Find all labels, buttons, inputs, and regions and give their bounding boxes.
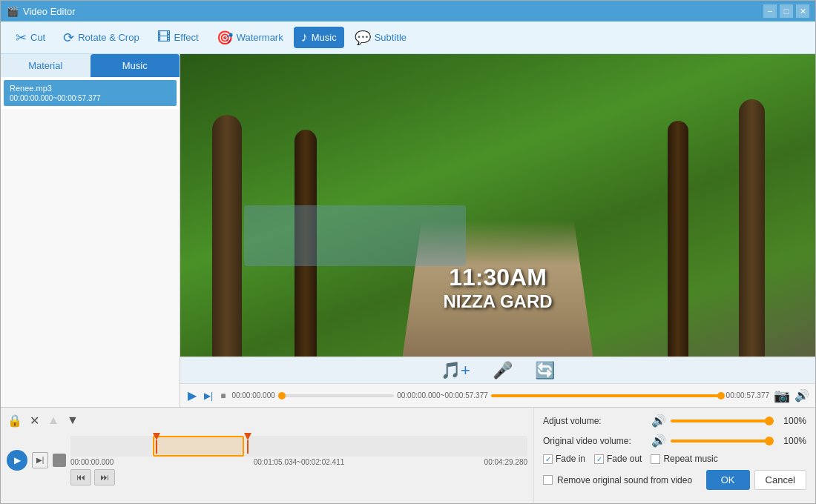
cut-button[interactable]: ✂ Cut [8, 27, 53, 49]
repeat-music-checkbox[interactable] [651, 454, 660, 464]
file-name: Renee.mp3 [10, 84, 171, 93]
settings-bottom-row: Remove original sound from video OK Canc… [543, 470, 806, 490]
title-bar-left: 🎬 Video Editor [7, 6, 76, 17]
bottom-section: 🔒 ✕ ▲ ▼ ▶ ▶| [1, 407, 815, 503]
tl-marker-left-triangle [153, 433, 160, 440]
music-tab[interactable]: Music [91, 54, 180, 77]
timeline-track[interactable] [70, 436, 527, 457]
fade-in-label: Fade in [556, 454, 585, 464]
title-bar: 🎬 Video Editor − □ ✕ [1, 1, 815, 21]
fade-out-checkbox[interactable] [594, 454, 604, 464]
move-up-button[interactable]: ▲ [45, 412, 62, 428]
tl-play-button[interactable]: ▶ [7, 450, 27, 471]
water-area [244, 205, 467, 266]
progress-fill-2 [491, 394, 723, 397]
progress-track[interactable] [278, 394, 394, 397]
video-frame: 11:30AM NIZZA GARD [180, 54, 815, 357]
progress-thumb [278, 392, 286, 399]
subtitle-icon: 💬 [355, 30, 371, 46]
cut-label: Cut [30, 32, 45, 43]
fade-in-item: Fade in [543, 454, 585, 464]
ok-button[interactable]: OK [706, 470, 750, 490]
volume-icon-1: 🔊 [651, 414, 666, 428]
rotate-label: Rotate & Crop [78, 32, 139, 43]
progress-track-2[interactable] [491, 394, 723, 397]
effect-button[interactable]: 🎞 Effect [150, 27, 206, 48]
original-volume-value: 100% [777, 436, 806, 446]
fade-in-checkbox[interactable] [543, 454, 553, 464]
maximize-button[interactable]: □ [780, 4, 793, 18]
checkbox-row: Fade in Fade out Repeat music [543, 454, 806, 464]
add-music-button[interactable]: 🎵+ [441, 361, 470, 380]
effect-icon: 🎞 [157, 30, 171, 45]
left-panel: Material Music Renee.mp3 00:00:00.000~00… [1, 54, 180, 407]
screenshot-button[interactable]: 📷 [774, 388, 790, 404]
segment-btn-1[interactable]: ⏮ [70, 469, 91, 485]
timeline-controls: 🔒 ✕ ▲ ▼ [7, 412, 527, 428]
remove-sound-section: Remove original sound from video [543, 475, 692, 485]
timeline-timestamps: 00:00:00.000 00:01:05.034~00:02:02.411 0… [70, 458, 527, 466]
settings-panel: Adjust volume: 🔊 100% Original video vol… [533, 408, 815, 503]
timeline-selection[interactable] [153, 436, 244, 457]
tree-trunk-2 [739, 99, 765, 357]
music-icon: ♪ [301, 30, 308, 45]
delete-button[interactable]: ✕ [26, 412, 42, 428]
repeat-music-item: Repeat music [651, 454, 717, 464]
video-preview: 11:30AM NIZZA GARD [180, 54, 815, 357]
segment-btn-2[interactable]: ⏭ [94, 469, 115, 485]
tl-time-end: 00:04:29.280 [484, 458, 527, 466]
adjust-volume-thumb [765, 417, 774, 425]
tl-marker-right[interactable] [244, 433, 251, 454]
effect-label: Effect [174, 32, 199, 43]
tl-marker-left-line [156, 440, 157, 454]
refresh-button[interactable]: 🔄 [535, 361, 555, 380]
original-volume-thumb [765, 437, 774, 445]
music-label: Music [312, 32, 337, 43]
watermark-button[interactable]: 🎯 Watermark [209, 27, 291, 49]
adjust-volume-row: Adjust volume: 🔊 100% [543, 414, 806, 428]
progress-section: 00:00:00.000 00:00:00.000~00:00:57.377 0… [231, 391, 769, 399]
cancel-button[interactable]: Cancel [754, 470, 806, 490]
original-volume-label: Original video volume: [543, 436, 647, 446]
subtitle-label: Subtitle [375, 32, 407, 43]
play-button[interactable]: ▶ [186, 387, 198, 404]
left-content [1, 109, 180, 407]
play-next-button[interactable]: ▶| [203, 389, 214, 402]
record-button[interactable]: 🎤 [493, 361, 513, 380]
remove-sound-checkbox[interactable] [543, 475, 553, 485]
video-area: 11:30AM NIZZA GARD 🎵+ 🎤 🔄 ▶ ▶| ■ 00:00:0… [180, 54, 815, 407]
minimize-button[interactable]: − [763, 4, 777, 18]
music-icons-bar: 🎵+ 🎤 🔄 [180, 357, 815, 383]
stop-button[interactable]: ■ [219, 389, 227, 402]
tl-stop-button[interactable] [53, 454, 66, 467]
progress-start-time: 00:00:00.000 [231, 391, 274, 399]
rotate-crop-button[interactable]: ⟳ Rotate & Crop [56, 27, 146, 49]
file-item[interactable]: Renee.mp3 00:00:00.000~00:00:57.377 [4, 80, 177, 106]
rotate-icon: ⟳ [63, 30, 74, 46]
move-down-button[interactable]: ▼ [65, 412, 81, 428]
lock-button[interactable]: 🔒 [7, 412, 23, 428]
music-button[interactable]: ♪ Music [294, 27, 344, 48]
volume-icon-2: 🔊 [651, 434, 666, 448]
tree-trunk-4 [668, 121, 688, 357]
volume-button[interactable]: 🔊 [794, 388, 809, 402]
watermark-icon: 🎯 [217, 30, 233, 46]
title-bar-controls: − □ ✕ [763, 4, 809, 18]
fade-out-item: Fade out [594, 454, 642, 464]
tl-marker-left[interactable] [153, 433, 160, 454]
main-area: Material Music Renee.mp3 00:00:00.000~00… [1, 54, 815, 407]
adjust-volume-slider[interactable] [671, 420, 772, 422]
material-tab[interactable]: Material [1, 54, 91, 77]
original-volume-row: Original video volume: 🔊 100% [543, 434, 806, 448]
tl-marker-right-triangle [244, 433, 251, 440]
video-location-display: NIZZA GARD [443, 291, 552, 312]
playback-controls: ▶ ▶| [7, 434, 527, 485]
tl-play-next-button[interactable]: ▶| [32, 452, 48, 468]
subtitle-button[interactable]: 💬 Subtitle [347, 27, 414, 49]
segment-buttons: ⏮ ⏭ [70, 469, 527, 485]
file-time-range: 00:00:00.000~00:00:57.377 [10, 94, 171, 102]
original-volume-slider[interactable] [671, 440, 772, 442]
action-buttons: OK Cancel [706, 470, 806, 490]
window-icon: 🎬 [7, 6, 19, 17]
close-button[interactable]: ✕ [796, 4, 809, 18]
